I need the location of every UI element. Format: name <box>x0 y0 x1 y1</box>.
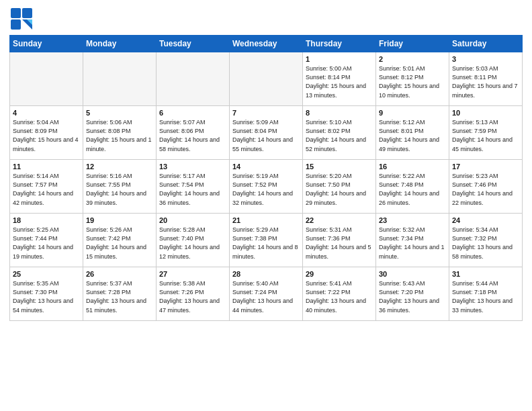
day-number: 10 <box>452 108 519 118</box>
day-number: 21 <box>232 216 300 226</box>
day-cell: 24Sunrise: 5:34 AM Sunset: 7:32 PM Dayli… <box>449 214 523 267</box>
day-cell <box>83 52 157 106</box>
week-row: 4Sunrise: 5:04 AM Sunset: 8:09 PM Daylig… <box>10 106 523 160</box>
day-info: Sunrise: 5:04 AM Sunset: 8:09 PM Dayligh… <box>13 118 80 153</box>
day-header: Tuesday <box>157 36 230 52</box>
day-cell: 22Sunrise: 5:31 AM Sunset: 7:36 PM Dayli… <box>303 214 376 267</box>
day-number: 26 <box>86 269 153 279</box>
day-info: Sunrise: 5:23 AM Sunset: 7:46 PM Dayligh… <box>452 172 519 207</box>
day-cell: 2Sunrise: 5:01 AM Sunset: 8:12 PM Daylig… <box>376 52 449 106</box>
week-row: 18Sunrise: 5:25 AM Sunset: 7:44 PM Dayli… <box>10 214 523 267</box>
day-info: Sunrise: 5:09 AM Sunset: 8:04 PM Dayligh… <box>232 118 300 153</box>
day-cell: 11Sunrise: 5:14 AM Sunset: 7:57 PM Dayli… <box>10 160 83 214</box>
day-cell: 14Sunrise: 5:19 AM Sunset: 7:52 PM Dayli… <box>230 160 303 214</box>
day-cell: 10Sunrise: 5:13 AM Sunset: 7:59 PM Dayli… <box>449 106 523 160</box>
day-number: 9 <box>379 108 446 118</box>
day-cell: 29Sunrise: 5:41 AM Sunset: 7:22 PM Dayli… <box>303 267 376 321</box>
day-number: 5 <box>86 108 153 118</box>
day-cell: 26Sunrise: 5:37 AM Sunset: 7:28 PM Dayli… <box>83 267 157 321</box>
day-cell: 19Sunrise: 5:26 AM Sunset: 7:42 PM Dayli… <box>83 214 157 267</box>
day-cell <box>230 52 303 106</box>
day-number: 7 <box>232 108 300 118</box>
day-number: 2 <box>379 54 446 64</box>
day-number: 22 <box>306 216 373 226</box>
week-row: 25Sunrise: 5:35 AM Sunset: 7:30 PM Dayli… <box>10 267 523 321</box>
day-info: Sunrise: 5:19 AM Sunset: 7:52 PM Dayligh… <box>232 172 300 207</box>
day-cell: 16Sunrise: 5:22 AM Sunset: 7:48 PM Dayli… <box>376 160 449 214</box>
day-cell: 5Sunrise: 5:06 AM Sunset: 8:08 PM Daylig… <box>83 106 157 160</box>
day-number: 28 <box>232 269 300 279</box>
day-info: Sunrise: 5:13 AM Sunset: 7:59 PM Dayligh… <box>452 118 519 153</box>
day-cell: 8Sunrise: 5:10 AM Sunset: 8:02 PM Daylig… <box>303 106 376 160</box>
day-cell: 7Sunrise: 5:09 AM Sunset: 8:04 PM Daylig… <box>230 106 303 160</box>
day-number: 14 <box>232 162 300 172</box>
day-number: 16 <box>379 162 446 172</box>
day-cell: 28Sunrise: 5:40 AM Sunset: 7:24 PM Dayli… <box>230 267 303 321</box>
day-info: Sunrise: 5:06 AM Sunset: 8:08 PM Dayligh… <box>86 118 153 153</box>
day-info: Sunrise: 5:34 AM Sunset: 7:32 PM Dayligh… <box>452 226 519 261</box>
day-number: 20 <box>159 216 226 226</box>
day-info: Sunrise: 5:03 AM Sunset: 8:11 PM Dayligh… <box>452 64 519 99</box>
day-info: Sunrise: 5:43 AM Sunset: 7:20 PM Dayligh… <box>379 279 446 314</box>
day-number: 17 <box>452 162 519 172</box>
day-cell: 20Sunrise: 5:28 AM Sunset: 7:40 PM Dayli… <box>157 214 230 267</box>
day-cell: 13Sunrise: 5:17 AM Sunset: 7:54 PM Dayli… <box>157 160 230 214</box>
week-row: 1Sunrise: 5:00 AM Sunset: 8:14 PM Daylig… <box>10 52 523 106</box>
day-header: Friday <box>376 36 449 52</box>
day-info: Sunrise: 5:44 AM Sunset: 7:18 PM Dayligh… <box>452 279 519 314</box>
day-cell: 1Sunrise: 5:00 AM Sunset: 8:14 PM Daylig… <box>303 52 376 106</box>
day-info: Sunrise: 5:07 AM Sunset: 8:06 PM Dayligh… <box>159 118 226 153</box>
day-number: 12 <box>86 162 153 172</box>
day-number: 27 <box>159 269 226 279</box>
day-header: Monday <box>83 36 157 52</box>
day-cell: 25Sunrise: 5:35 AM Sunset: 7:30 PM Dayli… <box>10 267 83 321</box>
day-number: 30 <box>379 269 446 279</box>
day-cell: 27Sunrise: 5:38 AM Sunset: 7:26 PM Dayli… <box>157 267 230 321</box>
day-cell: 31Sunrise: 5:44 AM Sunset: 7:18 PM Dayli… <box>449 267 523 321</box>
day-info: Sunrise: 5:00 AM Sunset: 8:14 PM Dayligh… <box>306 64 373 99</box>
day-number: 1 <box>306 54 373 64</box>
days-header-row: SundayMondayTuesdayWednesdayThursdayFrid… <box>10 36 523 52</box>
day-info: Sunrise: 5:12 AM Sunset: 8:01 PM Dayligh… <box>379 118 446 153</box>
day-number: 15 <box>306 162 373 172</box>
day-cell: 4Sunrise: 5:04 AM Sunset: 8:09 PM Daylig… <box>10 106 83 160</box>
day-number: 29 <box>306 269 373 279</box>
day-cell: 6Sunrise: 5:07 AM Sunset: 8:06 PM Daylig… <box>157 106 230 160</box>
day-info: Sunrise: 5:14 AM Sunset: 7:57 PM Dayligh… <box>13 172 80 207</box>
day-info: Sunrise: 5:16 AM Sunset: 7:55 PM Dayligh… <box>86 172 153 207</box>
day-info: Sunrise: 5:22 AM Sunset: 7:48 PM Dayligh… <box>379 172 446 207</box>
day-header: Wednesday <box>230 36 303 52</box>
calendar: SundayMondayTuesdayWednesdayThursdayFrid… <box>9 35 523 321</box>
day-info: Sunrise: 5:17 AM Sunset: 7:54 PM Dayligh… <box>159 172 226 207</box>
day-info: Sunrise: 5:20 AM Sunset: 7:50 PM Dayligh… <box>306 172 373 207</box>
day-info: Sunrise: 5:40 AM Sunset: 7:24 PM Dayligh… <box>232 279 300 314</box>
day-info: Sunrise: 5:37 AM Sunset: 7:28 PM Dayligh… <box>86 279 153 314</box>
day-cell: 12Sunrise: 5:16 AM Sunset: 7:55 PM Dayli… <box>83 160 157 214</box>
day-number: 3 <box>452 54 519 64</box>
day-cell: 30Sunrise: 5:43 AM Sunset: 7:20 PM Dayli… <box>376 267 449 321</box>
day-number: 8 <box>306 108 373 118</box>
header <box>9 7 523 31</box>
day-info: Sunrise: 5:10 AM Sunset: 8:02 PM Dayligh… <box>306 118 373 153</box>
day-info: Sunrise: 5:32 AM Sunset: 7:34 PM Dayligh… <box>379 226 446 261</box>
week-row: 11Sunrise: 5:14 AM Sunset: 7:57 PM Dayli… <box>10 160 523 214</box>
day-cell: 15Sunrise: 5:20 AM Sunset: 7:50 PM Dayli… <box>303 160 376 214</box>
day-cell <box>157 52 230 106</box>
day-header: Saturday <box>449 36 523 52</box>
day-number: 19 <box>86 216 153 226</box>
svg-rect-1 <box>22 8 32 18</box>
day-info: Sunrise: 5:26 AM Sunset: 7:42 PM Dayligh… <box>86 226 153 261</box>
day-info: Sunrise: 5:29 AM Sunset: 7:38 PM Dayligh… <box>232 226 300 261</box>
day-header: Sunday <box>10 36 83 52</box>
day-number: 11 <box>13 162 80 172</box>
svg-rect-0 <box>11 8 21 18</box>
day-cell: 18Sunrise: 5:25 AM Sunset: 7:44 PM Dayli… <box>10 214 83 267</box>
logo-icon <box>9 7 34 31</box>
svg-rect-2 <box>11 19 21 30</box>
day-number: 6 <box>159 108 226 118</box>
day-cell: 23Sunrise: 5:32 AM Sunset: 7:34 PM Dayli… <box>376 214 449 267</box>
day-cell: 3Sunrise: 5:03 AM Sunset: 8:11 PM Daylig… <box>449 52 523 106</box>
page-container: SundayMondayTuesdayWednesdayThursdayFrid… <box>0 0 532 326</box>
day-header: Thursday <box>303 36 376 52</box>
day-number: 13 <box>159 162 226 172</box>
